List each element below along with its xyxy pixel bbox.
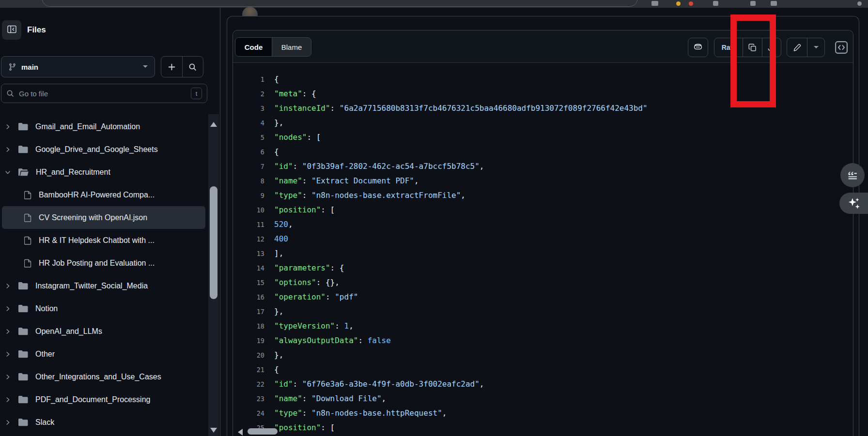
tab-blame[interactable]: Blame [272, 38, 311, 56]
folder-icon [18, 282, 28, 290]
tree-folder-2[interactable]: HR_and_Recruitment [2, 161, 205, 183]
line-number[interactable]: 10 [233, 203, 264, 217]
search-tree-button[interactable] [183, 57, 203, 77]
tree-item-label: HR_and_Recruitment [36, 168, 110, 177]
line-number[interactable]: 13 [233, 246, 264, 261]
line-number[interactable]: 1 [233, 72, 264, 87]
code-line-text: "type": "n8n-nodes-base.httpRequest", [274, 406, 447, 421]
tree-folder-13[interactable]: Slack [2, 411, 205, 434]
chevron-down-icon [143, 65, 148, 70]
line-number[interactable]: 23 [233, 391, 264, 406]
line-number[interactable]: 5 [233, 130, 264, 145]
shortcut-key-badge: t [191, 88, 202, 99]
browser-toolbar-icon[interactable] [750, 1, 756, 6]
scroll-left-arrow-icon[interactable] [238, 429, 243, 436]
line-number[interactable]: 12 [233, 232, 264, 246]
line-number[interactable]: 21 [233, 362, 264, 377]
tree-folder-10[interactable]: Other [2, 343, 205, 365]
line-number[interactable]: 19 [233, 333, 264, 348]
file-tree: Gmail_and_Email_AutomationGoogle_Drive_a… [0, 115, 208, 434]
chevron-down-icon [814, 46, 819, 51]
code-line-text: { [274, 362, 279, 377]
code-line: 11520, [233, 217, 853, 232]
line-number[interactable]: 3 [233, 101, 264, 116]
line-number[interactable]: 4 [233, 116, 264, 130]
extension-icon[interactable] [689, 1, 693, 6]
ai-assistant-floating-button[interactable] [839, 193, 868, 214]
line-number[interactable]: 15 [233, 275, 264, 290]
tree-folder-8[interactable]: Notion [2, 297, 205, 320]
sparkles-icon [847, 196, 861, 210]
tree-folder-0[interactable]: Gmail_and_Email_Automation [2, 115, 205, 138]
collapse-sidebar-button[interactable] [2, 20, 21, 40]
browser-profile-icon[interactable] [857, 1, 862, 6]
line-number[interactable]: 20 [233, 348, 264, 362]
tree-file-4[interactable]: CV Screening with OpenAI.json [2, 206, 205, 229]
line-number[interactable]: 6 [233, 145, 264, 159]
sidebar-scrollbar[interactable] [208, 114, 219, 436]
tree-folder-12[interactable]: PDF_and_Document_Processing [2, 388, 205, 411]
edit-options-dropdown[interactable] [807, 38, 824, 57]
line-number[interactable]: 18 [233, 319, 264, 333]
code-line-text: "type": "n8n-nodes-base.extractFromFile"… [274, 188, 465, 203]
line-number[interactable]: 24 [233, 406, 264, 421]
file-icon [24, 259, 31, 268]
tree-item-label: Instagram_Twitter_Social_Media [35, 282, 148, 290]
line-number[interactable]: 11 [233, 217, 264, 232]
tree-folder-1[interactable]: Google_Drive_and_Google_Sheets [2, 138, 205, 161]
line-number[interactable]: 22 [233, 377, 264, 391]
line-number[interactable]: 9 [233, 188, 264, 203]
tree-file-5[interactable]: HR & IT Helpdesk Chatbot with ... [2, 229, 205, 252]
sidebar-scrollbar-thumb[interactable] [210, 186, 217, 299]
browser-toolbar-icon[interactable] [771, 1, 777, 6]
file-icon [24, 236, 31, 245]
tree-item-label: Other_Integrations_and_Use_Cases [35, 373, 161, 381]
code-line: 25"position": [ [233, 421, 853, 435]
chevron-right-icon [4, 396, 12, 403]
extension-icon[interactable] [713, 1, 718, 6]
collapse-panel-icon [7, 25, 16, 35]
folder-icon [18, 328, 28, 335]
go-to-file-input[interactable]: Go to file t [1, 84, 207, 103]
folder-icon [18, 305, 28, 313]
chevron-down-icon [4, 169, 12, 176]
summarize-floating-button[interactable] [840, 163, 865, 187]
tree-item-label: Slack [35, 418, 54, 427]
code-line-text: "instanceId": "6a2a7715680b8313f7cb46763… [274, 101, 648, 116]
file-icon [24, 213, 31, 222]
code-line: 21{ [233, 362, 853, 377]
tree-folder-11[interactable]: Other_Integrations_and_Use_Cases [2, 365, 205, 388]
scroll-down-arrow-icon[interactable] [210, 428, 217, 433]
tree-folder-7[interactable]: Instagram_Twitter_Social_Media [2, 274, 205, 297]
copy-raw-content-button[interactable] [743, 38, 761, 57]
tree-folder-9[interactable]: OpenAI_and_LLMs [2, 320, 205, 343]
line-number[interactable]: 2 [233, 87, 264, 101]
horizontal-scrollbar-thumb[interactable] [248, 428, 278, 435]
line-number[interactable]: 7 [233, 159, 264, 174]
extension-icon[interactable] [676, 1, 681, 6]
download-button[interactable] [762, 38, 781, 57]
url-bar[interactable] [42, 0, 638, 7]
line-number[interactable]: 17 [233, 304, 264, 319]
line-number[interactable]: 8 [233, 174, 264, 188]
tree-file-3[interactable]: BambooHR AI-Powered Compa... [2, 183, 205, 206]
raw-button[interactable]: Raw [714, 38, 743, 57]
code-line: 5"nodes": [ [233, 130, 853, 145]
add-file-button[interactable] [161, 57, 183, 77]
file-content-panel: Code Blame Raw [232, 30, 853, 436]
tree-file-6[interactable]: HR Job Posting and Evaluation ... [2, 252, 205, 274]
edit-file-button[interactable] [787, 38, 807, 57]
copilot-button[interactable] [688, 38, 708, 57]
tree-item-label: HR & IT Helpdesk Chatbot with ... [39, 236, 155, 245]
branch-selector[interactable]: main [1, 56, 155, 77]
scroll-up-arrow-icon[interactable] [210, 122, 217, 127]
line-number[interactable]: 14 [233, 261, 264, 275]
plus-icon [168, 63, 176, 71]
chevron-right-icon [4, 374, 12, 380]
symbols-panel-button[interactable] [834, 40, 849, 55]
browser-menu-icon[interactable] [651, 1, 658, 6]
code-line: 19"alwaysOutputData": false [233, 333, 853, 348]
tab-code[interactable]: Code [235, 38, 272, 56]
tree-item-label: BambooHR AI-Powered Compa... [39, 191, 155, 199]
line-number[interactable]: 16 [233, 290, 264, 304]
